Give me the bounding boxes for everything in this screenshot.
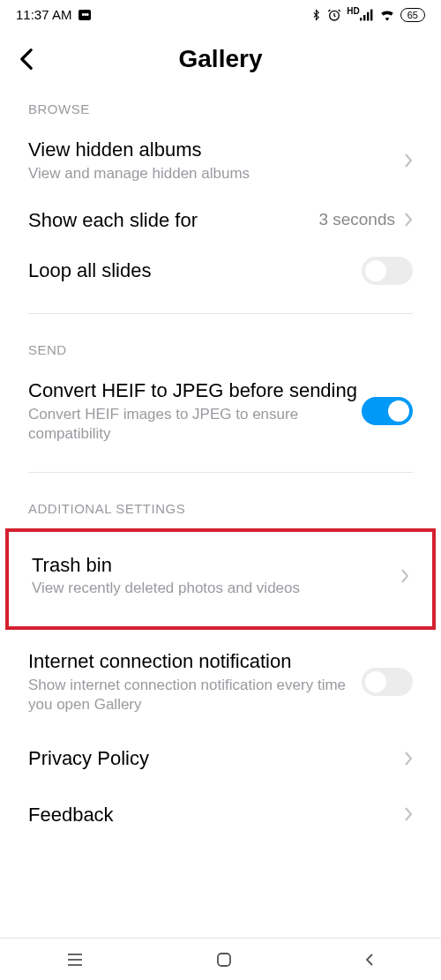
row-title: Privacy Policy [28, 746, 404, 771]
divider [28, 313, 413, 314]
toggle-knob [365, 260, 386, 281]
chevron-right-icon [404, 806, 413, 822]
status-time: 11:37 AM [16, 7, 71, 22]
row-title: Internet connection notification [28, 649, 362, 674]
row-loop-slides[interactable]: Loop all slides [0, 244, 441, 297]
bluetooth-icon [310, 8, 322, 22]
chevron-right-icon [404, 212, 413, 228]
toggle-knob [365, 671, 386, 692]
row-title: Feedback [28, 803, 404, 827]
row-title: Loop all slides [28, 258, 362, 283]
row-convert-heif[interactable]: Convert HEIF to JPEG before sending Conv… [0, 366, 441, 456]
message-icon: ••• [78, 10, 91, 20]
chevron-right-icon [404, 153, 413, 168]
toggle-loop-slides[interactable] [362, 257, 413, 285]
status-bar: 11:37 AM ••• HD 65 [0, 0, 441, 26]
row-subtitle: Show internet connection notification ev… [28, 676, 362, 714]
divider [28, 472, 413, 473]
svg-rect-1 [360, 18, 362, 20]
row-title: Show each slide for [28, 208, 318, 233]
chevron-right-icon [400, 568, 409, 584]
section-label-additional: ADDITIONAL SETTINGS [0, 489, 441, 525]
row-title: Trash bin [32, 553, 400, 578]
toggle-knob [388, 400, 409, 422]
section-label-send: SEND [0, 330, 441, 366]
toggle-internet-notification[interactable] [362, 668, 413, 696]
toggle-convert-heif[interactable] [362, 397, 413, 425]
wifi-icon [379, 9, 395, 21]
section-label-browse: BROWSE [0, 89, 441, 125]
svg-rect-3 [367, 11, 369, 20]
row-feedback[interactable]: Feedback [0, 783, 441, 840]
svg-rect-8 [218, 954, 230, 966]
chevron-right-icon [404, 751, 413, 767]
nav-home-button[interactable] [216, 952, 232, 968]
row-slide-duration[interactable]: Show each slide for 3 seconds [0, 196, 441, 245]
row-value: 3 seconds [318, 210, 395, 229]
signal-icon: HD [347, 9, 373, 21]
navigation-bar [0, 938, 441, 980]
row-title: View hidden albums [28, 138, 404, 162]
nav-back-button[interactable] [364, 952, 375, 968]
row-subtitle: View and manage hidden albums [28, 164, 404, 183]
row-trash-bin[interactable]: Trash bin View recently deleted photos a… [9, 548, 432, 604]
svg-rect-4 [370, 9, 372, 20]
page-header: Gallery [0, 26, 441, 89]
row-subtitle: View recently deleted photos and videos [32, 579, 400, 598]
row-privacy-policy[interactable]: Privacy Policy [0, 727, 441, 783]
battery-indicator: 65 [400, 8, 425, 22]
row-subtitle: Convert HEIF images to JPEG to ensure co… [28, 405, 362, 444]
back-button[interactable] [19, 48, 34, 71]
nav-recents-button[interactable] [66, 953, 84, 967]
highlight-box: Trash bin View recently deleted photos a… [5, 528, 436, 631]
svg-rect-2 [363, 15, 365, 20]
page-title: Gallery [16, 45, 425, 73]
row-hidden-albums[interactable]: View hidden albums View and manage hidde… [0, 125, 441, 196]
alarm-icon [327, 8, 341, 22]
row-internet-notification[interactable]: Internet connection notification Show in… [0, 637, 441, 727]
row-title: Convert HEIF to JPEG before sending [28, 378, 362, 403]
